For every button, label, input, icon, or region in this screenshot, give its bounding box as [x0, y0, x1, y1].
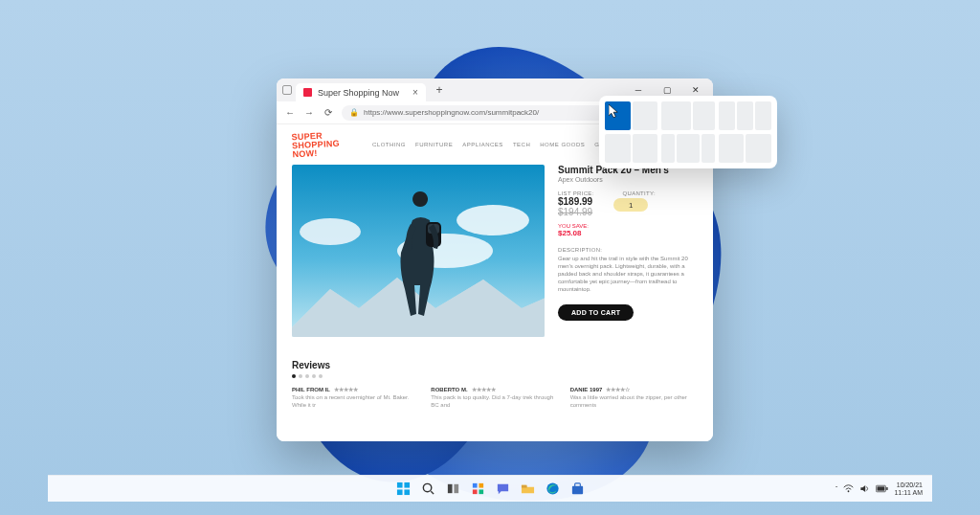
battery-icon[interactable]: [876, 484, 888, 494]
wifi-icon[interactable]: [843, 483, 854, 495]
snap-layouts-flyout: [599, 96, 777, 168]
reviews-heading: Reviews: [292, 360, 698, 370]
svg-point-2: [457, 205, 529, 235]
snap-layout-option[interactable]: [719, 101, 771, 130]
nav-item[interactable]: TECH: [513, 142, 530, 147]
browser-tab[interactable]: Super Shopping Now ×: [296, 83, 426, 101]
stars-icon: ★★★★★: [334, 386, 358, 392]
svg-point-1: [300, 218, 361, 245]
start-button[interactable]: [392, 479, 413, 500]
svg-rect-15: [479, 483, 483, 488]
svg-rect-6: [396, 482, 402, 488]
address-bar[interactable]: 🔒 https://www.supershoppingnow.com/summi…: [342, 105, 612, 121]
svg-rect-12: [447, 484, 452, 493]
price: $189.99: [558, 196, 592, 207]
svg-rect-21: [574, 483, 580, 487]
chevron-up-icon[interactable]: ˆ: [835, 485, 837, 492]
review-item: PHIL FROM IL ★★★★★ Took this on a recent…: [292, 386, 419, 410]
system-tray[interactable]: ˆ 10/20/21 11:11 AM: [835, 481, 923, 496]
store-icon[interactable]: [567, 479, 588, 500]
description-text: Gear up and hit the trail in style with …: [558, 255, 700, 293]
snap-layout-option[interactable]: [719, 134, 771, 163]
new-tab-button[interactable]: +: [432, 82, 447, 98]
quantity-stepper[interactable]: 1: [613, 198, 648, 212]
tab-favicon: [303, 88, 312, 97]
site-logo[interactable]: SUPER SHOPPING NOW!: [291, 131, 340, 160]
svg-point-10: [423, 483, 431, 491]
save-amount: $25.08: [558, 229, 700, 237]
lock-icon: 🔒: [349, 108, 359, 117]
svg-rect-14: [472, 483, 477, 488]
svg-rect-8: [396, 489, 402, 495]
nav-item[interactable]: APPLIANCES: [462, 142, 503, 147]
chat-icon[interactable]: [492, 479, 513, 500]
snap-layout-option[interactable]: [605, 134, 657, 163]
url-text: https://www.supershoppingnow.com/summitp…: [364, 108, 539, 117]
svg-rect-16: [472, 489, 477, 494]
reviews-section: Reviews PHIL FROM IL ★★★★★ Took this on …: [292, 360, 698, 410]
product-info: Summit Pack 20 – Men's Apex Outdoors LIS…: [558, 165, 700, 321]
svg-rect-17: [479, 489, 483, 494]
product-brand: Apex Outdoors: [558, 176, 700, 183]
snap-layout-option[interactable]: [661, 101, 714, 130]
nav-item[interactable]: FURNITURE: [415, 142, 453, 147]
svg-rect-25: [887, 487, 888, 490]
svg-point-22: [848, 490, 850, 492]
quantity-label: QUANTITY:: [623, 190, 656, 196]
forward-button[interactable]: →: [303, 107, 315, 119]
task-view-icon[interactable]: [442, 479, 463, 500]
snap-layout-option[interactable]: [661, 134, 714, 163]
clock[interactable]: 10/20/21 11:11 AM: [894, 481, 923, 496]
stars-icon: ★★★★★: [472, 386, 496, 392]
old-price: $194.99: [558, 207, 592, 217]
taskbar: ˆ 10/20/21 11:11 AM: [48, 475, 932, 502]
profile-icon[interactable]: [282, 85, 292, 95]
description-label: DESCRIPTION:: [558, 247, 700, 253]
volume-icon[interactable]: [859, 483, 870, 495]
close-tab-icon[interactable]: ×: [412, 87, 418, 98]
review-item: DANIE 1997 ★★★★☆ Was a little worried ab…: [570, 386, 698, 410]
page-content: SUPER SHOPPING NOW! CLOTHING FURNITURE A…: [277, 124, 713, 441]
nav-item[interactable]: HOME GOODS: [540, 142, 585, 147]
add-to-cart-button[interactable]: ADD TO CART: [558, 304, 634, 321]
stars-icon: ★★★★☆: [606, 386, 630, 392]
nav-item[interactable]: CLOTHING: [372, 142, 406, 147]
product-image: [292, 165, 545, 337]
reload-button[interactable]: ⟳: [323, 107, 334, 119]
svg-rect-18: [521, 485, 526, 488]
svg-line-11: [431, 491, 434, 494]
svg-rect-9: [404, 489, 410, 495]
svg-rect-7: [404, 482, 410, 488]
taskbar-pinned-apps: [392, 479, 588, 500]
cursor-icon: [609, 104, 619, 119]
svg-rect-13: [454, 484, 458, 493]
edge-icon[interactable]: [542, 479, 563, 500]
review-pager[interactable]: [292, 374, 698, 378]
widgets-icon[interactable]: [467, 479, 488, 500]
back-button[interactable]: ←: [284, 107, 296, 119]
search-icon[interactable]: [417, 479, 438, 500]
review-item: ROBERTO M. ★★★★★ This pack is top qualit…: [431, 386, 558, 410]
tab-title: Super Shopping Now: [318, 88, 399, 98]
explorer-icon[interactable]: [517, 479, 538, 500]
svg-rect-24: [878, 486, 885, 490]
